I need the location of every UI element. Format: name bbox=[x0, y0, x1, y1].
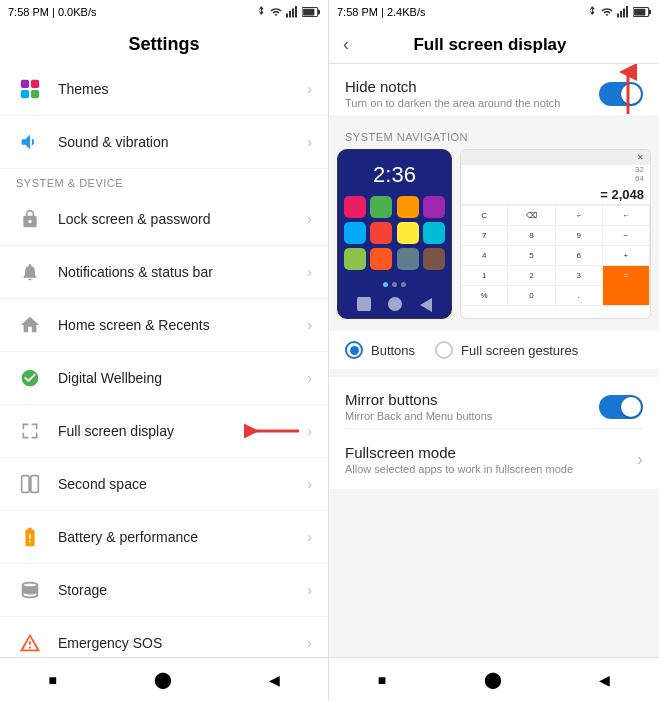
wifi-icon bbox=[270, 6, 282, 18]
svg-rect-5 bbox=[318, 10, 320, 15]
storage-icon bbox=[16, 576, 44, 604]
right-page-title: Full screen display bbox=[359, 35, 621, 55]
status-bar-right: 7:58 PM | 2.4KB/s bbox=[329, 0, 659, 24]
calc-del[interactable]: ⌫ bbox=[508, 206, 555, 226]
battery-perf-icon bbox=[16, 523, 44, 551]
back-button-left[interactable]: ◀ bbox=[269, 672, 280, 688]
calc-plus[interactable]: + bbox=[603, 246, 650, 266]
app-icon-1 bbox=[344, 196, 366, 218]
mirror-buttons-row: Mirror buttons Mirror Back and Menu butt… bbox=[329, 377, 659, 428]
calc-back[interactable]: ← bbox=[603, 206, 650, 226]
notifications-icon bbox=[16, 258, 44, 286]
wellbeing-icon bbox=[16, 364, 44, 392]
calc-9[interactable]: 9 bbox=[556, 226, 603, 246]
settings-item-storage[interactable]: Storage › bbox=[0, 564, 328, 617]
hide-notch-text: Hide notch Turn on to darken the area ar… bbox=[345, 78, 599, 109]
svg-rect-3 bbox=[295, 6, 297, 18]
calc-equals[interactable]: = bbox=[603, 266, 650, 306]
sos-arrow: › bbox=[307, 635, 312, 651]
calc-8[interactable]: 8 bbox=[508, 226, 555, 246]
calc-1[interactable]: 1 bbox=[461, 266, 508, 286]
back-button-right-nav[interactable]: ◀ bbox=[599, 672, 610, 688]
sound-label: Sound & vibration bbox=[58, 134, 307, 150]
svg-rect-20 bbox=[626, 6, 628, 18]
calc-minus[interactable]: − bbox=[603, 226, 650, 246]
settings-item-fullscreen[interactable]: Full screen display › bbox=[0, 405, 328, 458]
home-arrow: › bbox=[307, 317, 312, 333]
gestures-option[interactable]: Full screen gestures bbox=[435, 341, 578, 359]
calc-grid: C ⌫ ÷ ← 7 8 9 − 4 5 6 + 1 2 3 = % bbox=[461, 205, 650, 306]
settings-item-digital-wellbeing[interactable]: Digital Wellbeing › bbox=[0, 352, 328, 405]
storage-label: Storage bbox=[58, 582, 307, 598]
second-space-label: Second space bbox=[58, 476, 307, 492]
calc-5[interactable]: 5 bbox=[508, 246, 555, 266]
fullscreen-mode-desc: Allow selected apps to work in fullscree… bbox=[345, 463, 637, 475]
app-icon-3 bbox=[397, 196, 419, 218]
gestures-radio[interactable] bbox=[435, 341, 453, 359]
nav-preview-row: 2:36 bbox=[329, 149, 659, 331]
themes-icon bbox=[16, 75, 44, 103]
svg-rect-1 bbox=[289, 11, 291, 18]
settings-item-lock-screen[interactable]: Lock screen & password › bbox=[0, 193, 328, 246]
nav-option-row: Buttons Full screen gestures bbox=[329, 331, 659, 369]
back-button-right[interactable]: ‹ bbox=[343, 34, 349, 55]
settings-item-themes[interactable]: Themes › bbox=[0, 63, 328, 116]
fullscreen-icon bbox=[16, 417, 44, 445]
calc-0[interactable]: 0 bbox=[508, 286, 555, 306]
mirror-buttons-card: Mirror buttons Mirror Back and Menu butt… bbox=[329, 377, 659, 489]
svg-rect-13 bbox=[31, 476, 39, 493]
svg-rect-8 bbox=[31, 80, 39, 88]
digital-wellbeing-label: Digital Wellbeing bbox=[58, 370, 307, 386]
settings-item-notifications[interactable]: Notifications & status bar › bbox=[0, 246, 328, 299]
home-button-left[interactable]: ⬤ bbox=[154, 670, 172, 689]
status-time-left: 7:58 PM | 0.0KB/s bbox=[8, 6, 96, 18]
mirror-title: Mirror buttons bbox=[345, 391, 599, 408]
wifi-icon-r bbox=[601, 6, 613, 18]
battery-icon bbox=[302, 7, 320, 17]
calc-7[interactable]: 7 bbox=[461, 226, 508, 246]
buttons-radio[interactable] bbox=[345, 341, 363, 359]
bluetooth-icon-r bbox=[586, 6, 598, 18]
buttons-option[interactable]: Buttons bbox=[345, 341, 415, 359]
settings-item-emergency-sos[interactable]: Emergency SOS › bbox=[0, 617, 328, 657]
stop-button-left[interactable]: ■ bbox=[48, 672, 56, 688]
settings-item-battery[interactable]: Battery & performance › bbox=[0, 511, 328, 564]
settings-item-second-space[interactable]: Second space › bbox=[0, 458, 328, 511]
calc-div[interactable]: ÷ bbox=[556, 206, 603, 226]
signal-icon bbox=[285, 6, 299, 18]
themes-arrow: › bbox=[307, 81, 312, 97]
settings-item-sound[interactable]: Sound & vibration › bbox=[0, 116, 328, 169]
calc-header: ✕ bbox=[461, 150, 650, 165]
mirror-toggle[interactable] bbox=[599, 395, 643, 419]
fullscreen-mode-arrow: › bbox=[637, 449, 643, 470]
calc-pct[interactable]: % bbox=[461, 286, 508, 306]
app-icon-4 bbox=[423, 196, 445, 218]
nav-circle bbox=[388, 297, 402, 311]
settings-item-home-screen[interactable]: Home screen & Recents › bbox=[0, 299, 328, 352]
calc-6[interactable]: 6 bbox=[556, 246, 603, 266]
svg-rect-7 bbox=[21, 80, 29, 88]
sound-arrow: › bbox=[307, 134, 312, 150]
nav-back bbox=[420, 298, 432, 312]
nav-square bbox=[357, 297, 371, 311]
divider bbox=[345, 428, 643, 429]
status-time-right: 7:58 PM | 2.4KB/s bbox=[337, 6, 425, 18]
svg-rect-10 bbox=[31, 90, 39, 98]
mirror-text: Mirror buttons Mirror Back and Menu butt… bbox=[345, 391, 599, 422]
sos-icon bbox=[16, 629, 44, 657]
app-icon-5 bbox=[344, 222, 366, 244]
left-nav-bar: ■ ⬤ ◀ bbox=[0, 657, 328, 701]
calc-3[interactable]: 3 bbox=[556, 266, 603, 286]
home-button-right[interactable]: ⬤ bbox=[484, 670, 502, 689]
stop-button-right[interactable]: ■ bbox=[378, 672, 386, 688]
calc-4[interactable]: 4 bbox=[461, 246, 508, 266]
home-icon bbox=[16, 311, 44, 339]
calc-dot[interactable]: . bbox=[556, 286, 603, 306]
calc-2[interactable]: 2 bbox=[508, 266, 555, 286]
notifications-label: Notifications & status bar bbox=[58, 264, 307, 280]
preview-icons bbox=[338, 188, 451, 278]
lock-arrow: › bbox=[307, 211, 312, 227]
hide-notch-card: Hide notch Turn on to darken the area ar… bbox=[329, 64, 659, 115]
calc-c[interactable]: C bbox=[461, 206, 508, 226]
fullscreen-mode-row[interactable]: Fullscreen mode Allow selected apps to w… bbox=[329, 430, 659, 489]
